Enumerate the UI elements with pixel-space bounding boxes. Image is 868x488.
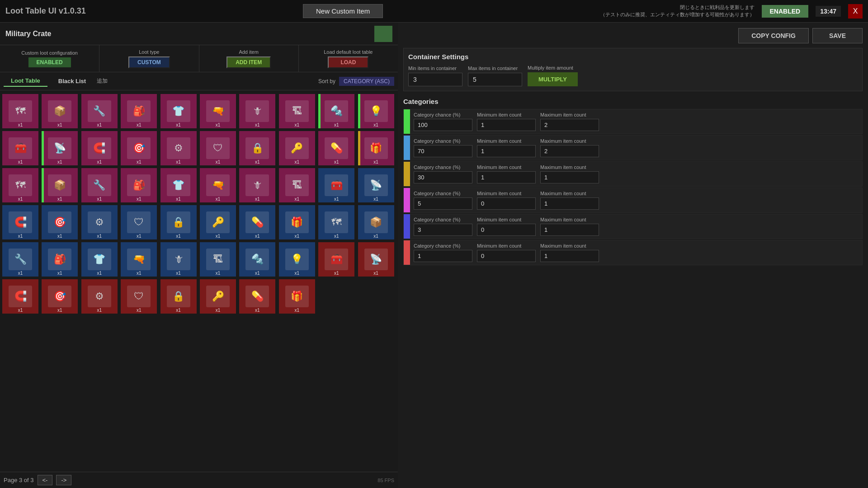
min-count-group: Minimum item count <box>477 243 536 262</box>
min-count-input[interactable] <box>477 119 536 131</box>
loot-item[interactable]: 🗺x1 <box>318 203 355 239</box>
loot-item[interactable]: 🧰x1 <box>318 240 355 277</box>
loot-item[interactable]: 🧲x1 <box>2 277 39 314</box>
tab-black-list[interactable]: Black List <box>51 76 93 86</box>
loot-item[interactable]: 🏗x1 <box>199 240 236 277</box>
item-count: x1 <box>216 197 221 202</box>
max-count-input[interactable] <box>540 250 599 262</box>
min-count-input[interactable] <box>477 224 536 236</box>
loot-item[interactable]: 🔒x1 <box>160 277 197 314</box>
loot-item[interactable]: 🛡x1 <box>120 203 157 239</box>
loot-item[interactable]: 🧲x1 <box>2 203 39 239</box>
max-items-input[interactable] <box>468 73 522 86</box>
close-button[interactable]: X <box>848 4 863 19</box>
loot-item[interactable]: 🔑x1 <box>199 203 236 239</box>
loot-item[interactable]: 💡x1 <box>358 92 395 128</box>
min-count-input[interactable] <box>477 145 536 157</box>
loot-item[interactable]: 🎁x1 <box>278 203 316 239</box>
chance-label: Category chance (%) <box>414 138 472 144</box>
chance-input[interactable] <box>414 119 472 131</box>
loot-item[interactable]: 🎒x1 <box>41 240 78 277</box>
chance-input[interactable] <box>414 145 472 157</box>
min-count-group: Minimum item count <box>477 191 536 210</box>
max-count-input[interactable] <box>540 171 599 183</box>
max-items-label: Max items in container <box>468 66 522 71</box>
loot-item[interactable]: 🎯x1 <box>41 203 78 239</box>
prev-page-button[interactable]: <- <box>38 475 53 485</box>
loot-item[interactable]: 🗡x1 <box>160 240 197 277</box>
add-item-button[interactable]: ADD ITEM <box>226 56 271 68</box>
loot-item[interactable]: 🔫x1 <box>120 240 157 277</box>
loot-item[interactable]: 💊x1 <box>318 129 355 165</box>
copy-config-button[interactable]: COPY CONFIG <box>738 28 809 43</box>
chance-input[interactable] <box>414 224 472 236</box>
loot-item[interactable]: 🔫x1 <box>199 166 236 202</box>
loot-item[interactable]: 🧲x1 <box>81 129 118 165</box>
loot-item[interactable]: 📦x1 <box>41 166 78 202</box>
loot-item[interactable]: 📡x1 <box>358 240 395 277</box>
min-count-input[interactable] <box>477 171 536 183</box>
chance-input[interactable] <box>414 197 472 210</box>
loot-item[interactable]: 🛡x1 <box>120 277 157 314</box>
load-default-button[interactable]: LOAD <box>328 56 368 68</box>
loot-item[interactable]: 🔧x1 <box>2 240 39 277</box>
multiply-button[interactable]: MULTIPLY <box>528 72 578 86</box>
loot-item[interactable]: 🛡x1 <box>199 129 236 165</box>
loot-item[interactable]: ⚙x1 <box>160 129 197 165</box>
loot-item[interactable]: 👕x1 <box>160 92 197 128</box>
loot-item[interactable]: 📡x1 <box>358 166 395 202</box>
item-count: x1 <box>255 160 260 164</box>
loot-item[interactable]: 👕x1 <box>81 240 118 277</box>
loot-item[interactable]: 📦x1 <box>358 203 395 239</box>
loot-item[interactable]: 💡x1 <box>278 240 316 277</box>
max-count-input[interactable] <box>540 197 599 210</box>
loot-item[interactable]: 🎯x1 <box>120 129 157 165</box>
loot-item[interactable]: 🧰x1 <box>2 129 39 165</box>
loot-item[interactable]: ⚙x1 <box>81 203 118 239</box>
loot-item[interactable]: 🔧x1 <box>81 92 118 128</box>
loot-item[interactable]: 📦x1 <box>41 92 78 128</box>
loot-item[interactable]: 🔫x1 <box>199 92 236 128</box>
loot-item[interactable]: 🏗x1 <box>278 92 316 128</box>
min-items-input[interactable] <box>408 73 462 86</box>
min-count-group: Minimum item count <box>477 112 536 131</box>
chance-input[interactable] <box>414 171 472 183</box>
loot-item[interactable]: 🔒x1 <box>160 203 197 239</box>
loot-item[interactable]: 🗺x1 <box>2 92 39 128</box>
loot-item[interactable]: 🔩x1 <box>239 240 276 277</box>
loot-item[interactable]: 🔧x1 <box>81 166 118 202</box>
loot-item[interactable]: 🧰x1 <box>318 166 355 202</box>
loot-item[interactable]: 💊x1 <box>239 277 276 314</box>
loot-item[interactable]: 🎁x1 <box>358 129 395 165</box>
max-count-input[interactable] <box>540 145 599 157</box>
loot-item[interactable]: 📡x1 <box>41 129 78 165</box>
chance-input[interactable] <box>414 250 472 262</box>
sort-by-value[interactable]: CATEGORY (ASC) <box>339 77 394 86</box>
max-count-input[interactable] <box>540 119 599 131</box>
loot-item[interactable]: 👕x1 <box>160 166 197 202</box>
min-count-input[interactable] <box>477 197 536 210</box>
loot-item[interactable]: 🏗x1 <box>278 166 316 202</box>
loot-item[interactable]: 🎯x1 <box>41 277 78 314</box>
loot-type-button[interactable]: CUSTOM <box>128 56 170 68</box>
loot-item[interactable]: ⚙x1 <box>81 277 118 314</box>
save-button[interactable]: SAVE <box>812 28 863 43</box>
right-top-buttons: COPY CONFIG SAVE <box>403 28 863 43</box>
add-item-label: Add item <box>239 49 258 55</box>
tab-loot-table[interactable]: Loot Table <box>4 75 47 87</box>
loot-item[interactable]: 🗡x1 <box>239 92 276 128</box>
loot-item[interactable]: 🎁x1 <box>278 277 316 314</box>
loot-item[interactable]: 🎒x1 <box>120 92 157 128</box>
loot-item[interactable]: 🗺x1 <box>2 166 39 202</box>
new-custom-item-button[interactable]: New Custom Item <box>303 4 383 18</box>
next-page-button[interactable]: -> <box>56 475 71 485</box>
loot-item[interactable]: 🔑x1 <box>199 277 236 314</box>
max-count-input[interactable] <box>540 224 599 236</box>
loot-item[interactable]: 🗡x1 <box>239 166 276 202</box>
loot-item[interactable]: 💊x1 <box>239 203 276 239</box>
loot-item[interactable]: 🔑x1 <box>278 129 316 165</box>
loot-item[interactable]: 🎒x1 <box>120 166 157 202</box>
loot-item[interactable]: 🔩x1 <box>318 92 355 128</box>
loot-item[interactable]: 🔒x1 <box>239 129 276 165</box>
min-count-input[interactable] <box>477 250 536 262</box>
